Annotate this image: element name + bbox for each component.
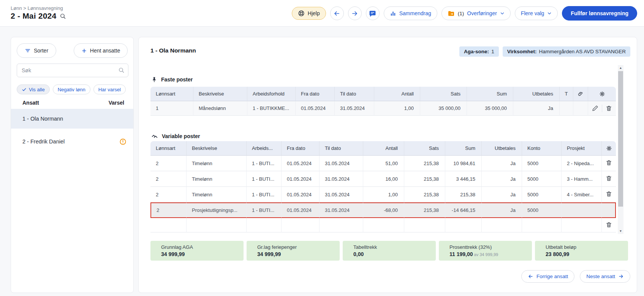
header-actions: Hjelp Sammendrag xyxy=(292,6,637,21)
cell: Timelønn xyxy=(187,156,247,171)
column-header[interactable]: Lønnsart xyxy=(150,141,187,156)
column-header[interactable]: Sats xyxy=(420,87,467,101)
column-header[interactable]: Sum xyxy=(445,141,482,156)
column-header[interactable]: Utbetales xyxy=(482,141,522,156)
variable-poster-row-highlighted[interactable]: 2Prosjektutligningsp...1 - BUTI...01.05.… xyxy=(150,202,616,218)
cell: 1 - BUTI... xyxy=(247,156,282,171)
column-header[interactable]: Til dato xyxy=(335,87,374,101)
column-header[interactable]: Utbetales xyxy=(513,87,560,101)
cell: Månedslønn xyxy=(193,101,247,116)
employee-name: 2 - Fredrik Daniel xyxy=(22,138,65,145)
complete-payroll-label: Fullfør lønnsavregning xyxy=(571,10,628,16)
arrow-right-icon xyxy=(351,10,358,17)
forward-button[interactable] xyxy=(348,6,362,20)
cell: 4 - Smiber... xyxy=(562,187,602,202)
filter-chip-label: Vis alle xyxy=(29,87,45,92)
filter-chip-har-varsel[interactable]: Har varsel xyxy=(93,84,126,94)
cell: Timelønn xyxy=(187,171,247,187)
variable-poster-row[interactable]: 2Timelønn1 - BUTI...01.05.202431.05.2024… xyxy=(150,187,616,202)
summary-label: Gr.lag feriepenger xyxy=(257,244,336,250)
column-header[interactable]: Konto xyxy=(522,141,562,156)
column-header[interactable]: Lønnsart xyxy=(150,87,193,101)
column-header[interactable]: Antall xyxy=(374,87,420,101)
cell: 5000 xyxy=(522,202,562,218)
arrow-right-icon xyxy=(618,274,624,279)
scroll-down-arrow[interactable]: ▼ xyxy=(618,228,623,234)
column-header[interactable]: Sats xyxy=(404,141,445,156)
cell: Ja xyxy=(482,187,522,202)
cell xyxy=(320,218,363,232)
cell: 5000 xyxy=(522,171,562,187)
faste-poster-row[interactable]: 1Månedslønn1 - BUTIKKME...01.05.202431.0… xyxy=(150,101,616,116)
previous-employee-button[interactable]: Forrige ansatt xyxy=(521,270,574,283)
cell: 3 - Hamm... xyxy=(562,171,602,187)
cell: 1 - BUTIKKME... xyxy=(247,101,296,116)
column-header[interactable]: Antall xyxy=(363,141,404,156)
transfers-button[interactable]: (1) Overføringer xyxy=(441,6,511,20)
fetch-employees-label: Hent ansatte xyxy=(90,48,120,54)
column-header[interactable]: T xyxy=(560,87,573,101)
variable-poster-row[interactable]: 2Timelønn1 - BUTI...01.05.202431.05.2024… xyxy=(150,171,616,187)
variable-poster-row[interactable]: 2Timelønn1 - BUTI...01.05.202431.05.2024… xyxy=(150,156,616,171)
cell: 51,00 xyxy=(363,156,404,171)
attachment-column-header xyxy=(573,87,588,101)
transfers-label: Overføringer xyxy=(467,10,497,16)
delete-icon[interactable] xyxy=(606,221,612,228)
column-header[interactable]: Beskrivelse xyxy=(193,87,247,101)
delete-icon[interactable] xyxy=(606,105,612,111)
col-varsel-label: Varsel xyxy=(109,100,124,106)
aga-zone-label: Aga-sone: xyxy=(464,49,489,54)
paperclip-icon xyxy=(578,91,584,97)
column-header[interactable]: Arbeidsforhold xyxy=(247,87,296,101)
column-header[interactable]: Fra dato xyxy=(296,87,335,101)
table-settings-header[interactable] xyxy=(588,87,616,101)
back-button[interactable] xyxy=(330,6,344,20)
summary-box: Tabelltrekk0,00 xyxy=(343,241,436,261)
help-button[interactable]: Hjelp xyxy=(292,7,326,20)
cell xyxy=(562,202,602,218)
employee-list-item[interactable]: 2 - Fredrik Daniel xyxy=(11,132,133,151)
summary-value-suffix: av 34 999,99 xyxy=(473,252,498,257)
delete-icon[interactable] xyxy=(606,159,612,166)
summary-value: 11 199,00 av 34 999,99 xyxy=(449,251,528,257)
column-header[interactable]: Beskrivelse xyxy=(187,141,247,156)
sort-button[interactable]: Sorter xyxy=(17,43,56,58)
employee-list-item[interactable]: 1 - Ola Normann xyxy=(11,109,133,129)
delete-icon[interactable] xyxy=(606,191,612,197)
column-header[interactable]: Til dato xyxy=(320,141,363,156)
scroll-up-arrow[interactable]: ▲ xyxy=(618,65,623,71)
delete-icon[interactable] xyxy=(606,175,612,181)
sort-label: Sorter xyxy=(34,48,48,54)
plus-icon xyxy=(81,48,87,54)
column-header[interactable]: Sum xyxy=(467,87,513,101)
comments-button[interactable] xyxy=(366,6,380,20)
filter-chip-negativ-lonn[interactable]: Negativ lønn xyxy=(53,84,90,94)
edit-icon[interactable] xyxy=(592,105,598,111)
cell: 1 - BUTI... xyxy=(247,171,282,187)
table-settings-header[interactable] xyxy=(602,141,616,156)
cell: 16,00 xyxy=(363,171,404,187)
breadcrumb[interactable]: Lønn > Lønnsavregning xyxy=(11,5,63,11)
column-header[interactable]: Arbeids... xyxy=(247,141,282,156)
cell xyxy=(482,218,522,232)
filter-chip-vis-alle[interactable]: Vis alle xyxy=(17,84,50,94)
fetch-employees-button[interactable]: Hent ansatte xyxy=(74,43,128,58)
cell xyxy=(247,218,282,232)
next-employee-button[interactable]: Neste ansatt xyxy=(580,270,630,283)
complete-payroll-button[interactable]: Fullfør lønnsavregning xyxy=(562,6,637,21)
company-label: Virksomhet: xyxy=(507,49,537,54)
cell xyxy=(363,218,404,232)
more-options-button[interactable]: Flere valg xyxy=(515,6,558,20)
scrollbar-thumb[interactable] xyxy=(618,71,623,207)
summary-label: Tabelltrekk xyxy=(353,244,432,250)
column-header[interactable]: Prosjekt xyxy=(562,141,602,156)
summary-button[interactable]: Sammendrag xyxy=(384,6,437,20)
attachment-cell xyxy=(573,101,588,116)
vertical-scrollbar[interactable]: ▲ ▼ xyxy=(618,65,623,234)
cell: 1,00 xyxy=(363,187,404,202)
variable-poster-empty-row[interactable] xyxy=(150,218,616,232)
employee-search-input[interactable] xyxy=(17,64,128,77)
cell: -68,00 xyxy=(363,202,404,218)
search-icon[interactable] xyxy=(60,13,66,19)
column-header[interactable]: Fra dato xyxy=(282,141,320,156)
